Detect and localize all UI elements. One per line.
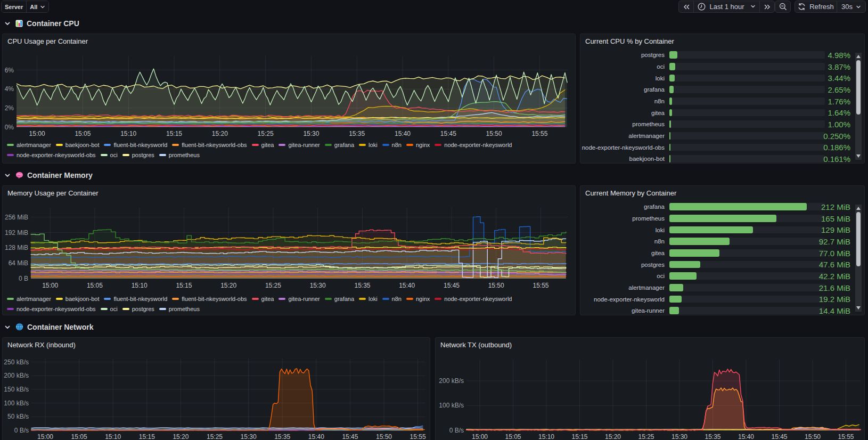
svg-text:2%: 2% bbox=[5, 104, 14, 112]
svg-text:15:20: 15:20 bbox=[220, 282, 236, 289]
svg-text:15:10: 15:10 bbox=[538, 433, 554, 440]
svg-text:15:20: 15:20 bbox=[605, 433, 621, 440]
svg-text:15:25: 15:25 bbox=[638, 433, 654, 440]
svg-text:15:25: 15:25 bbox=[265, 282, 281, 289]
svg-text:15:15: 15:15 bbox=[176, 282, 192, 289]
svg-text:200 kB/s: 200 kB/s bbox=[439, 377, 464, 385]
svg-text:15:15: 15:15 bbox=[571, 433, 587, 440]
svg-text:15:30: 15:30 bbox=[241, 433, 257, 440]
svg-text:15:25: 15:25 bbox=[258, 130, 274, 137]
svg-text:200 kB/s: 200 kB/s bbox=[4, 372, 29, 379]
svg-text:15:55: 15:55 bbox=[531, 130, 547, 137]
svg-text:0 B: 0 B bbox=[19, 275, 28, 282]
svg-text:15:40: 15:40 bbox=[399, 282, 415, 289]
svg-text:15:45: 15:45 bbox=[444, 282, 460, 289]
svg-text:15:35: 15:35 bbox=[354, 282, 370, 289]
svg-text:100 kB/s: 100 kB/s bbox=[439, 402, 464, 409]
svg-text:150 kB/s: 150 kB/s bbox=[4, 386, 29, 393]
svg-text:15:45: 15:45 bbox=[440, 130, 456, 137]
svg-text:128 MiB: 128 MiB bbox=[5, 244, 28, 251]
svg-text:15:10: 15:10 bbox=[132, 282, 148, 289]
svg-text:64 MiB: 64 MiB bbox=[9, 259, 28, 267]
svg-text:15:00: 15:00 bbox=[37, 433, 53, 440]
svg-text:0 B/s: 0 B/s bbox=[14, 427, 29, 434]
svg-text:15:40: 15:40 bbox=[395, 130, 411, 137]
svg-text:15:00: 15:00 bbox=[42, 282, 58, 289]
svg-text:192 MiB: 192 MiB bbox=[5, 229, 28, 237]
svg-text:250 kB/s: 250 kB/s bbox=[4, 358, 29, 366]
svg-text:15:50: 15:50 bbox=[488, 282, 504, 289]
svg-text:15:20: 15:20 bbox=[173, 433, 189, 440]
svg-text:15:35: 15:35 bbox=[705, 433, 720, 440]
svg-text:15:15: 15:15 bbox=[166, 130, 182, 137]
svg-text:15:25: 15:25 bbox=[207, 433, 223, 440]
svg-text:15:40: 15:40 bbox=[738, 433, 754, 440]
svg-text:4%: 4% bbox=[5, 85, 14, 93]
svg-text:15:20: 15:20 bbox=[212, 130, 228, 137]
svg-text:15:35: 15:35 bbox=[274, 433, 290, 440]
svg-text:6%: 6% bbox=[5, 67, 14, 74]
svg-text:15:50: 15:50 bbox=[486, 130, 502, 137]
svg-text:15:00: 15:00 bbox=[472, 433, 488, 440]
svg-text:15:55: 15:55 bbox=[838, 433, 854, 440]
svg-text:15:55: 15:55 bbox=[533, 282, 548, 289]
svg-text:15:10: 15:10 bbox=[105, 433, 121, 440]
svg-text:15:45: 15:45 bbox=[342, 433, 358, 440]
svg-text:15:00: 15:00 bbox=[29, 130, 45, 137]
svg-text:100 kB/s: 100 kB/s bbox=[4, 400, 29, 407]
svg-text:15:45: 15:45 bbox=[771, 433, 787, 440]
svg-text:15:30: 15:30 bbox=[672, 433, 687, 440]
svg-text:15:10: 15:10 bbox=[120, 130, 136, 137]
svg-text:0%: 0% bbox=[5, 124, 14, 131]
svg-text:15:15: 15:15 bbox=[139, 433, 155, 440]
svg-text:0 B/s: 0 B/s bbox=[449, 427, 464, 434]
svg-text:15:05: 15:05 bbox=[71, 433, 87, 440]
svg-text:15:40: 15:40 bbox=[308, 433, 324, 440]
svg-text:15:55: 15:55 bbox=[410, 433, 426, 440]
svg-text:50 kB/s: 50 kB/s bbox=[7, 413, 29, 420]
svg-text:15:05: 15:05 bbox=[75, 130, 91, 137]
svg-text:15:50: 15:50 bbox=[376, 433, 392, 440]
svg-text:256 MiB: 256 MiB bbox=[5, 214, 28, 221]
svg-text:15:35: 15:35 bbox=[349, 130, 365, 137]
svg-text:15:30: 15:30 bbox=[310, 282, 326, 289]
svg-text:15:30: 15:30 bbox=[303, 130, 319, 137]
svg-text:15:05: 15:05 bbox=[87, 282, 103, 289]
svg-text:15:50: 15:50 bbox=[805, 433, 821, 440]
svg-text:15:05: 15:05 bbox=[505, 433, 521, 440]
